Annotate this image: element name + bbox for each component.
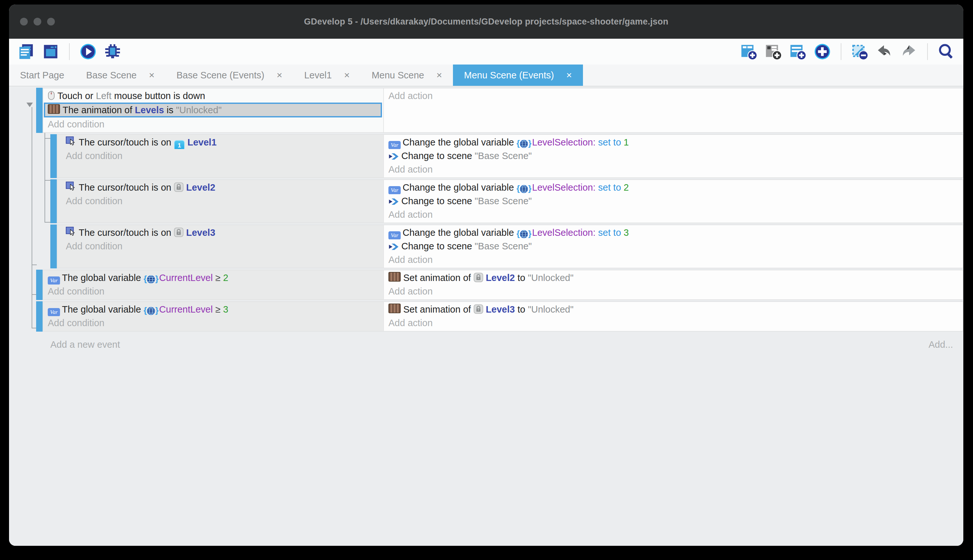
- condition-row[interactable]: The animation of Levels is "Unlocked": [44, 103, 382, 117]
- undo-button[interactable]: [875, 42, 894, 61]
- add-action-link[interactable]: Add action: [384, 89, 963, 103]
- event-highlight-bar[interactable]: [50, 179, 57, 223]
- tab-label: Level1: [304, 70, 332, 81]
- tab-start-page[interactable]: Start Page: [9, 65, 75, 86]
- scene-editor-button[interactable]: [41, 42, 60, 61]
- event-highlight-bar[interactable]: [36, 301, 43, 332]
- tab-label: Start Page: [20, 70, 64, 81]
- add-condition-link[interactable]: Add condition: [43, 117, 383, 131]
- tab-menu-scene[interactable]: Menu Scene×: [361, 65, 453, 86]
- add-subevent-button[interactable]: [764, 42, 783, 61]
- add-action-link[interactable]: Add action: [384, 316, 963, 330]
- add-event-icon: [740, 43, 758, 60]
- tab-label: Base Scene: [86, 70, 137, 81]
- close-icon[interactable]: ×: [277, 70, 282, 80]
- actions-cell[interactable]: Set animation of Level2 to "Unlocked"Add…: [383, 270, 963, 300]
- condition-row[interactable]: The cursor/touch is on Level3: [57, 226, 383, 239]
- preview-play-button[interactable]: [79, 42, 97, 61]
- segment-op: ≥: [213, 273, 223, 283]
- conditions-cell[interactable]: VarThe global variable {}CurrentLevel ≥ …: [43, 270, 383, 300]
- segment-text: mouse button is down: [112, 91, 205, 101]
- toolbar-right-group: [740, 42, 956, 61]
- actions-cell[interactable]: VarChange the global variable {}LevelSel…: [383, 179, 963, 223]
- add-circle-button[interactable]: [813, 42, 832, 61]
- action-row[interactable]: Change to scene "Base Scene": [384, 239, 963, 253]
- add-condition-link[interactable]: Add condition: [43, 316, 383, 330]
- actions-cell[interactable]: VarChange the global variable {}LevelSel…: [383, 134, 963, 178]
- traffic-light-minimize[interactable]: [33, 18, 41, 25]
- add-condition-link[interactable]: Add condition: [57, 239, 383, 253]
- close-icon[interactable]: ×: [149, 70, 155, 80]
- event-gutter: [9, 88, 36, 133]
- event-highlight-bar[interactable]: [36, 270, 43, 300]
- action-row[interactable]: VarChange the global variable {}LevelSel…: [384, 181, 963, 194]
- action-row[interactable]: Set animation of Level2 to "Unlocked": [384, 271, 963, 285]
- segment-object: Level3: [486, 304, 515, 315]
- remove-selection-button[interactable]: [850, 42, 869, 61]
- segment-add: Add condition: [48, 286, 105, 297]
- tab-level1[interactable]: Level1×: [293, 65, 361, 86]
- conditions-cell[interactable]: Touch or Left mouse button is downThe an…: [43, 88, 383, 133]
- events-list: Touch or Left mouse button is downThe an…: [9, 87, 963, 332]
- add-more-link[interactable]: Add...: [928, 339, 953, 350]
- segment-text: Change the global variable: [403, 227, 516, 238]
- currentlevel-3-event: VarThe global variable {}CurrentLevel ≥ …: [9, 301, 963, 332]
- actions-cell[interactable]: VarChange the global variable {}LevelSel…: [383, 225, 963, 268]
- event-highlight-bar[interactable]: [50, 225, 57, 268]
- segment-text: The cursor/touch is on: [79, 227, 174, 238]
- preview-play-icon: [79, 43, 97, 60]
- segment-text: The animation of: [63, 105, 135, 115]
- redo-button[interactable]: [900, 42, 918, 61]
- action-row[interactable]: VarChange the global variable {}LevelSel…: [384, 135, 963, 149]
- add-action-link[interactable]: Add action: [384, 253, 963, 267]
- tab-menu-scene-events[interactable]: Menu Scene (Events)×: [453, 65, 583, 86]
- add-condition-link[interactable]: Add condition: [57, 149, 383, 163]
- condition-row[interactable]: Touch or Left mouse button is down: [43, 89, 383, 103]
- action-row[interactable]: Change to scene "Base Scene": [384, 194, 963, 208]
- close-icon[interactable]: ×: [437, 70, 442, 80]
- add-event-button[interactable]: [740, 42, 758, 61]
- segment-add: Add condition: [66, 196, 123, 206]
- traffic-light-zoom[interactable]: [47, 18, 55, 25]
- traffic-light-close[interactable]: [20, 18, 28, 25]
- segment-variable: LevelSelection:: [532, 227, 596, 238]
- condition-row[interactable]: The cursor/touch is on Level2: [57, 181, 383, 194]
- add-condition-link[interactable]: Add condition: [43, 285, 383, 298]
- tab-base-scene[interactable]: Base Scene×: [75, 65, 165, 86]
- conditions-cell[interactable]: The cursor/touch is on Level2Add conditi…: [57, 179, 383, 223]
- action-row[interactable]: Change to scene "Base Scene": [384, 149, 963, 163]
- segment-text: The global variable: [62, 304, 143, 315]
- tab-base-scene-events[interactable]: Base Scene (Events)×: [165, 65, 293, 86]
- conditions-cell[interactable]: The cursor/touch is on Level3Add conditi…: [57, 225, 383, 268]
- segment-setto: set to: [596, 137, 624, 147]
- close-icon[interactable]: ×: [344, 70, 350, 80]
- events-sheet: Touch or Left mouse button is downThe an…: [9, 87, 963, 546]
- conditions-cell[interactable]: The cursor/touch is on 1Level1Add condit…: [57, 134, 383, 178]
- action-row[interactable]: Set animation of Level3 to "Unlocked": [384, 303, 963, 316]
- conditions-cell[interactable]: VarThe global variable {}CurrentLevel ≥ …: [43, 301, 383, 332]
- debug-button[interactable]: [103, 42, 122, 61]
- close-icon[interactable]: ×: [566, 70, 572, 80]
- segment-add: Add action: [388, 318, 433, 328]
- add-new-event-link[interactable]: Add a new event: [50, 339, 120, 350]
- event-highlight-bar[interactable]: [36, 88, 43, 133]
- action-row[interactable]: VarChange the global variable {}LevelSel…: [384, 226, 963, 239]
- event-highlight-bar[interactable]: [50, 134, 57, 178]
- actions-cell[interactable]: Set animation of Level3 to "Unlocked"Add…: [383, 301, 963, 332]
- actions-cell[interactable]: Add action: [383, 88, 963, 133]
- condition-row[interactable]: The cursor/touch is on 1Level1: [57, 135, 383, 149]
- add-action-link[interactable]: Add action: [384, 163, 963, 176]
- segment-op: ≥: [213, 304, 223, 315]
- touch-levels-event: Touch or Left mouse button is downThe an…: [9, 88, 963, 133]
- project-manager-button[interactable]: [17, 42, 35, 61]
- segment-text: Change to scene: [402, 241, 475, 251]
- segment-variable: CurrentLevel: [159, 304, 213, 315]
- add-action-link[interactable]: Add action: [384, 285, 963, 298]
- add-condition-link[interactable]: Add condition: [57, 194, 383, 208]
- add-comment-button[interactable]: [788, 42, 807, 61]
- add-action-link[interactable]: Add action: [384, 208, 963, 221]
- traffic-lights: [20, 5, 55, 39]
- condition-row[interactable]: VarThe global variable {}CurrentLevel ≥ …: [43, 303, 383, 316]
- search-button[interactable]: [937, 42, 956, 61]
- condition-row[interactable]: VarThe global variable {}CurrentLevel ≥ …: [43, 271, 383, 285]
